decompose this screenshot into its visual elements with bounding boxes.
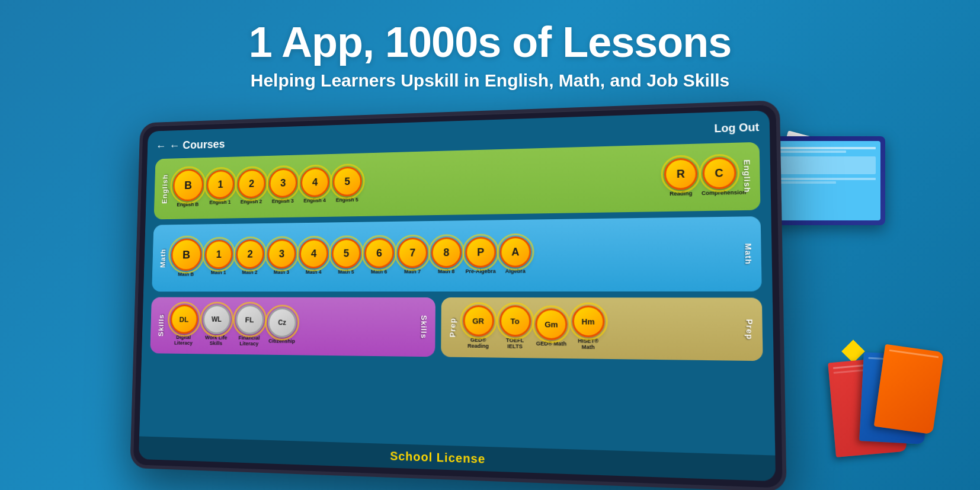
badge-circle-english-1: 1 [206, 169, 235, 199]
back-arrow-icon: ← [156, 139, 166, 152]
badge-circle-math-4: 4 [299, 239, 329, 269]
prep-row-label: Prep [448, 318, 457, 337]
badge-circle-math-7: 7 [398, 238, 428, 268]
skills-row-label-right: Skills [419, 315, 428, 339]
book-orange-icon [874, 344, 944, 435]
badge-math-5[interactable]: 5 Math 5 [331, 238, 361, 276]
courses-label: ← Courses [169, 137, 225, 152]
badge-ged-math[interactable]: Gm GED® Math [535, 309, 567, 348]
badge-math-6[interactable]: 6 Math 6 [364, 238, 395, 275]
skills-course-row: Skills DL Digital Literacy WL Work Life … [150, 297, 435, 357]
badge-digital-literacy[interactable]: DL Digital Literacy [169, 305, 199, 347]
skills-course-items: DL Digital Literacy WL Work Life Skills … [169, 305, 415, 349]
math-course-row: Math B Math B 1 Math 1 2 Math 2 [152, 216, 762, 292]
badge-circle-math-8: 8 [431, 237, 462, 268]
badge-circle-financial-literacy: FL [235, 305, 264, 334]
badge-circle-algebra: A [499, 236, 531, 268]
badge-circle-comprehension: C [702, 157, 736, 190]
badge-circle-ged-math: Gm [535, 309, 567, 341]
english-row-label-right: English [742, 159, 752, 193]
header: 1 App, 1000s of Lessons Helping Learners… [0, 0, 980, 91]
badge-english-2[interactable]: 2 English 2 [237, 169, 266, 206]
badge-circle-math-b: B [171, 238, 202, 271]
back-to-courses[interactable]: ← ← Courses [156, 137, 225, 152]
badge-circle-reading: R [664, 158, 698, 190]
math-course-items: B Math B 1 Math 1 2 Math 2 3 [171, 232, 738, 278]
badge-math-7[interactable]: 7 Math 7 [398, 238, 428, 276]
english-course-items: B English B 1 English 1 2 English 2 3 [172, 155, 737, 209]
bottom-rows: Skills DL Digital Literacy WL Work Life … [150, 297, 763, 361]
prep-row-label-right: Prep [744, 319, 754, 340]
badge-pre-algebra[interactable]: P Pre-Algebra [465, 236, 496, 274]
main-subtitle: Helping Learners Upskill in English, Mat… [0, 71, 980, 91]
badge-circle-math-3: 3 [267, 239, 296, 268]
badge-math-4[interactable]: 4 Math 4 [299, 239, 329, 276]
badge-reading[interactable]: R Reading [664, 158, 698, 197]
badge-circle-math-6: 6 [364, 238, 395, 268]
prep-course-items: GR GED® Reading To TOEFL IELTS Gm GED® M… [462, 305, 739, 353]
badge-circle-hiset-math: Hm [572, 306, 604, 338]
school-license-text: School License [390, 449, 485, 466]
badge-circle-work-life: WL [202, 305, 230, 334]
tablet-screen: ← ← Courses Log Out English B English B [139, 110, 776, 481]
badge-english-b[interactable]: B English B [172, 169, 204, 208]
badge-circle-english-b: B [172, 169, 204, 201]
badge-circle-ged-reading: GR [463, 305, 494, 337]
main-title: 1 App, 1000s of Lessons [0, 19, 980, 66]
badge-math-2[interactable]: 2 Math 2 [236, 239, 265, 276]
badge-work-life[interactable]: WL Work Life Skills [201, 305, 232, 347]
badge-math-3[interactable]: 3 Math 3 [267, 239, 296, 276]
badge-circle-english-2: 2 [237, 169, 265, 198]
badge-ged-reading[interactable]: GR GED® Reading [462, 305, 495, 350]
badge-math-8[interactable]: 8 Math 8 [431, 237, 462, 275]
laptop-screen [771, 141, 880, 220]
badge-hiset-math[interactable]: Hm HISET® Math [571, 306, 606, 351]
badge-circle-english-4: 4 [300, 167, 329, 197]
badge-english-3[interactable]: 3 English 3 [268, 168, 297, 205]
badge-circle-math-5: 5 [331, 238, 361, 268]
english-course-row: English B English B 1 English 1 2 [154, 142, 761, 220]
tablet-frame: ← ← Courses Log Out English B English B [130, 100, 786, 490]
badge-circle-english-5: 5 [332, 166, 362, 197]
badge-circle-math-1: 1 [204, 239, 233, 269]
english-row-label: English [161, 174, 169, 204]
school-license-bar: School License [139, 436, 776, 481]
badge-circle-digital-literacy: DL [170, 305, 198, 334]
badge-math-b[interactable]: B Math B [171, 238, 202, 277]
badge-circle-pre-algebra: P [465, 236, 496, 267]
math-row-label-right: Math [743, 243, 753, 264]
tablet-device: ← ← Courses Log Out English B English B [113, 110, 764, 477]
badge-circle-english-3: 3 [268, 168, 297, 198]
laptop-illustration [767, 136, 885, 225]
logout-button[interactable]: Log Out [714, 121, 759, 135]
badge-circle-toefl: To [499, 305, 531, 337]
math-row-label: Math [159, 248, 167, 267]
badge-algebra[interactable]: A Algebra [499, 236, 531, 275]
badge-citizenship[interactable]: Cz Citizenship [267, 308, 297, 344]
page-background: 1 App, 1000s of Lessons Helping Learners… [0, 0, 980, 91]
badge-financial-literacy[interactable]: FL Financial Literacy [234, 305, 265, 347]
badge-english-4[interactable]: 4 English 4 [300, 167, 330, 204]
badge-english-1[interactable]: 1 English 1 [206, 169, 235, 206]
badge-comprehension[interactable]: C Comprehension [701, 157, 737, 197]
badge-toefl[interactable]: To TOEFL IELTS [498, 305, 531, 350]
badge-english-5[interactable]: 5 English 5 [332, 166, 362, 204]
prep-course-row: Prep GR GED® Reading To TOEFL IELTS [441, 297, 763, 361]
skills-row-label: Skills [157, 314, 165, 337]
badge-circle-citizenship: Cz [267, 308, 296, 338]
badge-math-1[interactable]: 1 Math 1 [204, 239, 233, 276]
badge-circle-math-2: 2 [236, 239, 265, 269]
